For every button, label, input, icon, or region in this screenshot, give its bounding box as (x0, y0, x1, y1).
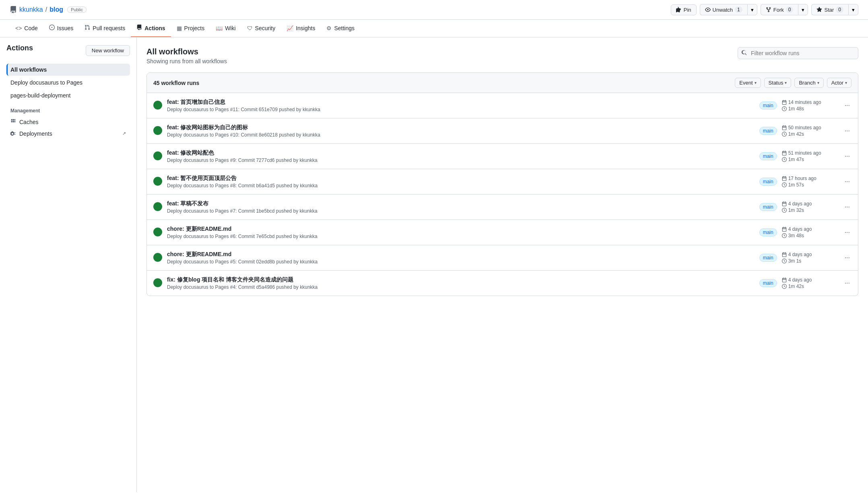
run-branch: main (759, 101, 777, 110)
new-workflow-button[interactable]: New workflow (86, 45, 130, 56)
branch-filter-button[interactable]: Branch ▾ (794, 78, 823, 88)
run-time: 4 days ago (782, 201, 838, 207)
run-subtitle: Deploy docusaurus to Pages #6: Commit 7e… (167, 234, 755, 239)
actor-filter-button[interactable]: Actor ▾ (827, 78, 852, 88)
star-caret[interactable]: ▾ (848, 4, 858, 15)
run-more-button[interactable]: ··· (843, 278, 852, 288)
table-row[interactable]: fix: 修复blog 项目名和 博客文件夹同名造成的问题 Deploy doc… (147, 271, 858, 296)
table-row[interactable]: feat: 草稿不发布 Deploy docusaurus to Pages #… (147, 195, 858, 220)
tab-issues[interactable]: Issues (43, 20, 79, 37)
unwatch-label: Unwatch (713, 7, 733, 13)
run-branch: main (759, 152, 777, 160)
run-meta: 4 days ago 1m 42s (782, 277, 838, 289)
run-title: feat: 首页增加自己信息 (167, 99, 755, 106)
run-info: feat: 首页增加自己信息 Deploy docusaurus to Page… (167, 99, 755, 112)
run-info: chore: 更新README.md Deploy docusaurus to … (167, 251, 755, 265)
run-subtitle: Deploy docusaurus to Pages #5: Commit 02… (167, 259, 755, 265)
actions-icon (136, 25, 142, 31)
sidebar-item-deploy-docusaurus[interactable]: Deploy docusaurus to Pages (6, 77, 130, 89)
success-check-icon (153, 202, 162, 211)
run-info: feat: 暂不使用页面顶层公告 Deploy docusaurus to Pa… (167, 175, 755, 188)
run-status (153, 253, 162, 263)
tab-code[interactable]: <> Code (10, 20, 43, 37)
success-check-icon (153, 151, 162, 160)
tab-wiki[interactable]: 📖 Wiki (210, 20, 241, 37)
tab-projects[interactable]: ▦ Projects (171, 20, 210, 37)
caches-label: Caches (19, 119, 38, 125)
clock-icon (782, 259, 787, 263)
repo-owner[interactable]: kkunkka (19, 6, 43, 13)
run-more-button[interactable]: ··· (843, 253, 852, 263)
unwatch-caret[interactable]: ▾ (747, 4, 757, 15)
star-button[interactable]: Star 0 (811, 4, 848, 15)
fork-caret[interactable]: ▾ (798, 4, 808, 15)
sidebar-item-pages-build[interactable]: pages-build-deployment (6, 89, 130, 101)
clock-icon (782, 182, 787, 187)
insights-icon: 📈 (287, 25, 293, 31)
run-title: chore: 更新README.md (167, 251, 755, 258)
table-row[interactable]: feat: 暂不使用页面顶层公告 Deploy docusaurus to Pa… (147, 169, 858, 195)
filter-bar (738, 47, 858, 59)
sidebar-item-deployments[interactable]: Deployments ↗ (6, 128, 130, 139)
branch-badge: main (759, 279, 777, 287)
clock-icon (782, 106, 787, 111)
table-row[interactable]: feat: 首页增加自己信息 Deploy docusaurus to Page… (147, 93, 858, 118)
tab-pullrequests[interactable]: Pull requests (79, 20, 131, 37)
run-subtitle: Deploy docusaurus to Pages #10: Commit 8… (167, 132, 755, 138)
page-title: All workflows (146, 47, 227, 56)
sidebar-item-caches[interactable]: Caches (6, 116, 130, 128)
tab-settings[interactable]: ⚙ Settings (321, 20, 360, 37)
run-more-button[interactable]: ··· (843, 151, 852, 162)
table-row[interactable]: chore: 更新README.md Deploy docusaurus to … (147, 220, 858, 245)
wiki-icon: 📖 (216, 25, 223, 31)
run-status (153, 151, 162, 162)
caches-icon (10, 118, 16, 125)
table-row[interactable]: feat: 修改网站配色 Deploy docusaurus to Pages … (147, 144, 858, 169)
tab-actions-label: Actions (144, 25, 165, 31)
run-more-button[interactable]: ··· (843, 100, 852, 111)
run-more-button[interactable]: ··· (843, 126, 852, 136)
run-status (153, 278, 162, 288)
pin-button[interactable]: Pin (671, 4, 697, 15)
tab-insights[interactable]: 📈 Insights (281, 20, 321, 37)
runs-count: 45 workflow runs (153, 80, 199, 86)
status-filter-button[interactable]: Status ▾ (764, 78, 792, 88)
table-row[interactable]: feat: 修改网站图标为自己的图标 Deploy docusaurus to … (147, 118, 858, 144)
pin-label: Pin (684, 7, 691, 13)
run-time: 50 minutes ago (782, 125, 838, 130)
run-branch: main (759, 178, 777, 186)
deployments-label: Deployments (19, 130, 52, 137)
run-time: 17 hours ago (782, 176, 838, 181)
filter-input-wrap (738, 47, 858, 59)
run-duration: 3m 1s (782, 258, 838, 264)
run-info: chore: 更新README.md Deploy docusaurus to … (167, 226, 755, 239)
table-row[interactable]: chore: 更新README.md Deploy docusaurus to … (147, 245, 858, 271)
sidebar-item-all-workflows[interactable]: All workflows (6, 64, 130, 76)
run-more-button[interactable]: ··· (843, 176, 852, 187)
fork-button[interactable]: Fork 0 (761, 4, 798, 15)
run-time: 51 minutes ago (782, 150, 838, 156)
run-meta: 4 days ago 1m 32s (782, 201, 838, 213)
run-info: feat: 修改网站配色 Deploy docusaurus to Pages … (167, 149, 755, 163)
unwatch-icon (705, 7, 711, 12)
filter-workflow-input[interactable] (738, 47, 858, 59)
unwatch-button[interactable]: Unwatch 1 (700, 4, 747, 15)
run-more-button[interactable]: ··· (843, 202, 852, 212)
repo-visibility-badge: Public (67, 6, 87, 13)
branch-badge: main (759, 127, 777, 135)
success-check-icon (153, 101, 162, 110)
event-filter-button[interactable]: Event ▾ (735, 78, 761, 88)
repo-name-link[interactable]: blog (49, 6, 63, 13)
run-duration: 1m 48s (782, 106, 838, 112)
run-time: 14 minutes ago (782, 99, 838, 105)
actor-label: Actor (831, 80, 843, 86)
unwatch-group: Unwatch 1 ▾ (700, 4, 757, 15)
sidebar: Actions New workflow All workflows Deplo… (0, 37, 137, 492)
repo-slash: / (45, 6, 47, 13)
run-more-button[interactable]: ··· (843, 227, 852, 238)
security-icon: 🛡 (247, 25, 253, 31)
calendar-icon (782, 277, 787, 282)
tab-security[interactable]: 🛡 Security (241, 20, 281, 37)
status-caret-icon: ▾ (785, 81, 787, 85)
tab-actions[interactable]: Actions (131, 20, 171, 37)
